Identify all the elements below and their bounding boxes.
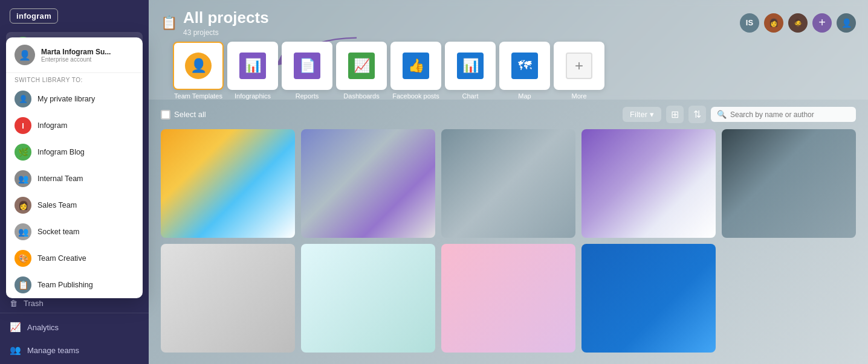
filter-chevron-icon: ▾ [650, 110, 654, 119]
project-card[interactable] [581, 129, 716, 238]
template-item-reports[interactable]: 📄 Reports [282, 42, 332, 100]
sidebar-item-manage-teams[interactable]: 👥 Manage teams [0, 339, 149, 362]
project-card[interactable] [301, 244, 435, 353]
template-item-map[interactable]: 🗺 Map [499, 42, 550, 100]
checkbox[interactable] [161, 110, 170, 120]
template-label: Dashboards [343, 92, 379, 100]
template-item-chart[interactable]: 📊 Chart [445, 42, 496, 100]
main-title-row: 📋 All projects 43 projects IS 👩 🧔 + 👤 [161, 8, 856, 37]
select-all-checkbox[interactable]: Select all [161, 110, 206, 120]
manage-teams-icon: 👥 [10, 345, 21, 356]
dropdown-item-avatar: 🌿 [15, 144, 31, 161]
dropdown-item-internal-team[interactable]: 👥 Internal Team [6, 165, 143, 192]
template-icon: 📊 [239, 53, 266, 79]
dropdown-item-team-creative[interactable]: 🎨 Team Creative [6, 245, 143, 272]
dropdown-item-avatar: 🎨 [15, 250, 31, 267]
all-projects-icon: 📋 [161, 15, 177, 31]
template-label: Facebook posts [392, 92, 439, 100]
template-thumb: 📊 [445, 42, 496, 90]
dropdown-item-avatar: 👤 [15, 91, 31, 107]
template-thumb: + [554, 42, 604, 90]
template-item-team-templates[interactable]: 👤 Team Templates [173, 42, 224, 100]
project-card[interactable] [161, 244, 295, 353]
avatar-is[interactable]: IS [740, 13, 759, 33]
dropdown-item-sales-team[interactable]: 👩 Sales Team [6, 192, 143, 219]
template-icon: 🗺 [511, 53, 538, 79]
template-thumb: 📈 [336, 42, 387, 90]
select-all-label: Select all [174, 110, 206, 119]
dropdown-item-avatar: 👥 [15, 170, 31, 187]
trash-icon: 🗑 [10, 299, 18, 308]
template-icon: 📊 [457, 53, 484, 79]
dropdown-item-infogram[interactable]: I Infogram [6, 112, 143, 139]
template-label: More [571, 92, 586, 100]
sidebar-item-analytics[interactable]: 📈 Analytics [0, 316, 149, 339]
template-icon: 📈 [348, 53, 375, 79]
avatar-user2[interactable]: 🧔 [788, 13, 808, 33]
template-label: Chart [462, 92, 479, 100]
template-thumb: 👍 [390, 42, 441, 90]
dropdown-item-infogram-blog[interactable]: 🌿 Infogram Blog [6, 139, 143, 165]
filter-label: Filter [630, 110, 647, 119]
template-thumb: 👤 [173, 42, 224, 90]
sidebar-analytics-label: Analytics [27, 323, 59, 332]
template-label: Team Templates [174, 92, 222, 100]
dropdown-item-label: Infogram [37, 121, 67, 130]
template-label: Reports [296, 92, 319, 100]
template-item-facebook-posts[interactable]: 👍 Facebook posts [390, 42, 441, 100]
user-icon: 👤 [841, 18, 852, 28]
dropdown-item-label: Sales Team [37, 201, 77, 209]
user-menu-button[interactable]: 👤 [837, 13, 856, 33]
dropdown-item-label: Internal Team [37, 174, 83, 183]
dropdown-item-label: Team Creative [37, 254, 86, 263]
template-label: Map [518, 92, 531, 100]
sidebar-manage-teams-label: Manage teams [27, 346, 79, 355]
add-button[interactable]: + [812, 13, 832, 33]
dropdown-item-team-publishing[interactable]: 📋 Team Publishing [6, 272, 143, 298]
template-thumb: 📊 [227, 42, 278, 90]
dropdown-item-avatar: 👥 [15, 223, 31, 240]
project-card[interactable] [161, 129, 295, 238]
dropdown-user-avatar: 👤 [15, 45, 35, 65]
page-title: All projects [183, 8, 269, 27]
page-subtitle: 43 projects [183, 28, 269, 37]
avatar-user1[interactable]: 👩 [764, 13, 783, 33]
project-card[interactable] [441, 244, 575, 353]
filter-button[interactable]: Filter ▾ [623, 107, 661, 122]
dropdown-item-avatar: I [15, 117, 31, 134]
dropdown-item-my-private-library[interactable]: 👤 My private library [6, 86, 143, 112]
project-card[interactable] [441, 129, 575, 238]
dropdown-item-label: Infogram Blog [37, 148, 85, 156]
library-dropdown: 👤 Marta Infogram Su... Enterprise accoun… [6, 37, 143, 298]
template-item-infographics[interactable]: 📊 Infographics [227, 42, 278, 100]
analytics-icon: 📈 [10, 322, 21, 333]
sidebar-trash-label: Trash [24, 299, 44, 308]
project-card[interactable] [581, 244, 716, 353]
dropdown-item-socket-team[interactable]: 👥 Socket team [6, 219, 143, 245]
search-box: 🔍 [711, 107, 856, 122]
template-thumb: 🗺 [499, 42, 550, 90]
project-card[interactable] [722, 129, 856, 238]
template-icon: + [566, 53, 592, 79]
logo-area: infogram [0, 0, 149, 32]
template-item-more[interactable]: + More [554, 42, 604, 100]
main-content: 📋 All projects 43 projects IS 👩 🧔 + 👤 [149, 0, 868, 364]
dropdown-item-label: Socket team [37, 228, 79, 236]
grid-view-button[interactable]: ⊞ [666, 106, 684, 123]
sidebar: infogram 🌱 Tutorials Team Enterprise acc… [0, 0, 149, 364]
template-icon: 👤 [185, 53, 212, 79]
sort-button[interactable]: ⇅ [688, 106, 706, 123]
app-logo[interactable]: infogram [10, 8, 58, 24]
search-input[interactable] [730, 110, 850, 119]
template-item-dashboards[interactable]: 📈 Dashboards [336, 42, 387, 100]
dropdown-item-avatar: 📋 [15, 276, 31, 293]
switch-library-label: Switch library to: [6, 73, 143, 86]
template-label: Infographics [235, 92, 271, 100]
template-icon: 👍 [403, 53, 429, 79]
template-row: 👤 Team Templates 📊 Infographics 📄 [161, 37, 856, 100]
dropdown-item-avatar: 👩 [15, 197, 31, 214]
template-icon: 📄 [294, 53, 320, 79]
dropdown-user-role: Enterprise account [41, 56, 111, 63]
project-card[interactable] [301, 129, 435, 238]
search-icon: 🔍 [717, 110, 727, 119]
